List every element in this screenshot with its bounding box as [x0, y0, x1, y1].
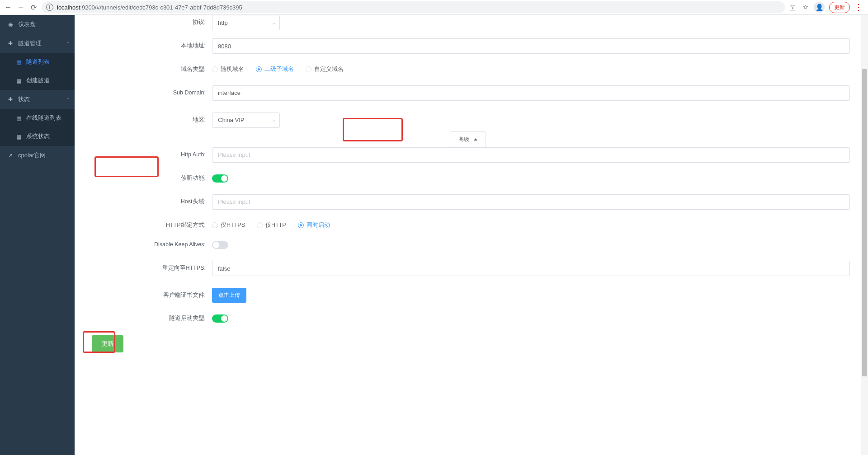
back-button[interactable]: ← — [4, 3, 13, 12]
dashboard-icon: ◉ — [7, 21, 14, 28]
radio-label: 二级子域名 — [264, 66, 294, 73]
url-text: localhost:9200/#/tunnels/edit/cedc793c-c… — [57, 4, 242, 11]
chevron-up-icon: ˄ — [67, 41, 69, 46]
plus-circle-icon: ✚ — [7, 40, 14, 47]
sidebar-item-label: 隧道管理 — [18, 39, 42, 47]
plus-circle-icon: ✚ — [7, 96, 14, 103]
upload-button[interactable]: 点击上传 — [212, 288, 246, 303]
profile-avatar[interactable]: 👤 — [814, 2, 825, 13]
arrow-up-icon — [474, 138, 477, 141]
client-cert-label: 客户端证书文件: — [85, 291, 212, 300]
disable-keep-alives-label: Disable Keep Alives: — [85, 241, 212, 249]
http-bind-radio-group: 仅HTTPS 仅HTTP 同时启动 — [212, 221, 330, 229]
subdomain-label: Sub Domain: — [85, 89, 212, 97]
radio-custom-domain[interactable]: 自定义域名 — [306, 66, 344, 73]
advanced-divider: 高级 — [85, 139, 850, 139]
sidebar-item-system-status[interactable]: ▦ 系统状态 — [0, 127, 75, 146]
radio-sub-domain[interactable]: 二级子域名 — [256, 66, 294, 73]
chevron-down-icon: ⌄ — [272, 117, 276, 123]
grid-icon: ▦ — [15, 134, 22, 140]
radio-label: 仅HTTP — [265, 221, 286, 229]
listen-label: 侦听功能: — [85, 174, 212, 183]
radio-label: 同时启动 — [307, 221, 330, 229]
sidebar-item-label: 创建隧道 — [26, 77, 50, 84]
external-link-icon: ↗ — [7, 152, 14, 159]
host-header-input[interactable] — [212, 194, 850, 210]
radio-http-only[interactable]: 仅HTTP — [257, 221, 286, 229]
reload-button[interactable]: ⟳ — [29, 3, 38, 12]
sidebar-item-online-list[interactable]: ▦ 在线隧道列表 — [0, 109, 75, 127]
grid-icon: ▦ — [15, 59, 22, 66]
chevron-down-icon: ⌄ — [272, 20, 276, 26]
sidebar-item-label: 仪表盘 — [18, 20, 36, 28]
http-bind-label: HTTP绑定方式: — [85, 221, 212, 230]
sidebar-item-status[interactable]: ✚ 状态 ˄ — [0, 90, 75, 109]
sidebar-item-label: 系统状态 — [26, 133, 50, 141]
sidebar-item-tunnel-mgmt[interactable]: ✚ 隧道管理 ˄ — [0, 34, 75, 53]
nav-arrows: ← → ⟳ — [4, 3, 38, 12]
sidebar-item-label: 隧道列表 — [26, 58, 50, 66]
sidebar-item-label: 在线隧道列表 — [26, 114, 61, 122]
key-icon[interactable]: ⚿ — [788, 3, 797, 11]
sidebar: ◉ 仪表盘 ✚ 隧道管理 ˄ ▦ 隧道列表 ▦ 创建隧道 ✚ 状态 ˄ ▦ 在线… — [0, 15, 75, 455]
redirect-https-input[interactable] — [212, 261, 850, 276]
select-value: China VIP — [218, 117, 245, 123]
browser-update-button[interactable]: 更新 — [829, 2, 850, 13]
main-content: 协议: http ⌄ 本地地址: 域名类型: — [75, 15, 868, 455]
advanced-label: 高级 — [458, 136, 469, 143]
scrollbar-track[interactable] — [861, 15, 868, 455]
protocol-label: 协议: — [85, 19, 212, 27]
sidebar-item-label: 状态 — [18, 95, 30, 103]
grid-icon: ▦ — [15, 78, 22, 84]
local-address-label: 本地地址: — [85, 42, 212, 50]
select-value: http — [218, 19, 228, 26]
chevron-up-icon: ˄ — [67, 97, 69, 102]
region-label: 地区: — [85, 116, 212, 124]
sidebar-item-create-tunnel[interactable]: ▦ 创建隧道 — [0, 71, 75, 90]
scrollbar-thumb[interactable] — [862, 69, 867, 376]
advanced-toggle[interactable]: 高级 — [450, 131, 486, 147]
domain-type-label: 域名类型: — [85, 66, 212, 74]
redirect-https-label: 重定向至HTTPS: — [85, 264, 212, 272]
tunnel-start-switch[interactable] — [212, 314, 228, 323]
sidebar-item-tunnel-list[interactable]: ▦ 隧道列表 — [0, 53, 75, 71]
radio-label: 随机域名 — [221, 66, 244, 73]
radio-both[interactable]: 同时启动 — [298, 221, 330, 229]
disable-keep-alives-switch[interactable] — [212, 241, 228, 249]
protocol-select[interactable]: http ⌄ — [212, 15, 280, 30]
sidebar-item-dashboard[interactable]: ◉ 仪表盘 — [0, 15, 75, 34]
subdomain-input[interactable] — [212, 85, 850, 101]
site-info-icon[interactable]: i — [46, 4, 53, 11]
radio-random-domain[interactable]: 随机域名 — [212, 66, 244, 73]
sidebar-item-label: cpolar官网 — [18, 151, 46, 159]
bookmark-star-icon[interactable]: ☆ — [801, 3, 809, 11]
tunnel-start-type-label: 隧道启动类型: — [85, 314, 212, 323]
radio-label: 仅HTTPS — [221, 221, 245, 229]
chrome-menu-icon[interactable]: ⋮ — [854, 3, 863, 11]
host-header-label: Host头域: — [85, 198, 212, 206]
submit-button[interactable]: 更新 — [92, 335, 123, 352]
chrome-actions: ⚿ ☆ 👤 更新 ⋮ — [788, 2, 864, 13]
radio-https-only[interactable]: 仅HTTPS — [212, 221, 245, 229]
http-auth-input[interactable] — [212, 147, 850, 163]
region-select[interactable]: China VIP ⌄ — [212, 113, 280, 128]
forward-button[interactable]: → — [16, 3, 25, 12]
domain-type-radio-group: 随机域名 二级子域名 自定义域名 — [212, 66, 344, 73]
address-bar[interactable]: i localhost:9200/#/tunnels/edit/cedc793c… — [42, 1, 785, 13]
listen-switch[interactable] — [212, 174, 228, 183]
sidebar-item-cpolar-site[interactable]: ↗ cpolar官网 — [0, 146, 75, 165]
grid-icon: ▦ — [15, 115, 22, 122]
browser-chrome: ← → ⟳ i localhost:9200/#/tunnels/edit/ce… — [0, 0, 868, 15]
radio-label: 自定义域名 — [314, 66, 344, 73]
local-address-input[interactable] — [212, 38, 850, 54]
http-auth-label: Http Auth: — [85, 151, 212, 159]
